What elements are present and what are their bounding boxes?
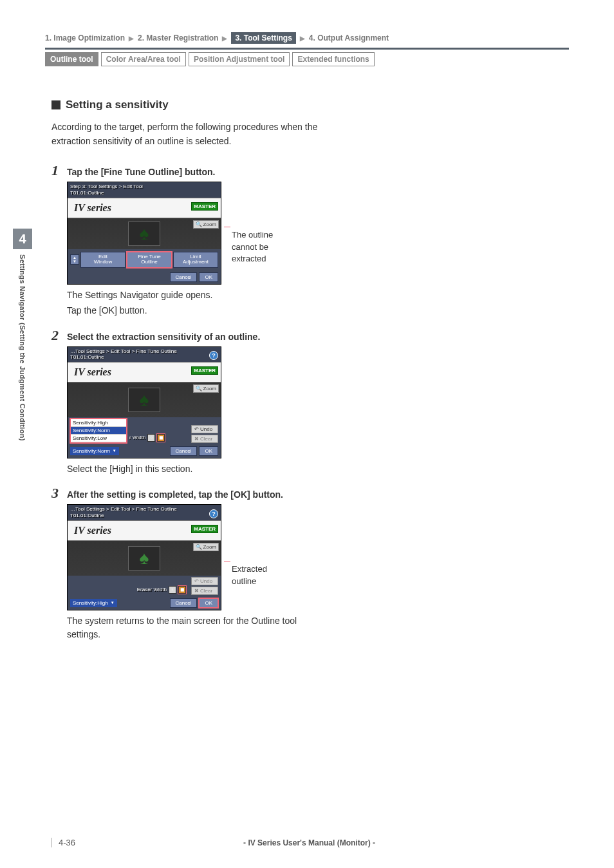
zoom-button[interactable]: 🔍Zoom [193, 543, 219, 551]
magnifier-icon: 🔍 [196, 544, 202, 550]
step-title: Tap the [Fine Tune Outline] button. [67, 167, 215, 177]
document-title: - IV Series User's Manual (Monitor) - [243, 838, 375, 847]
image-canvas: ♠ 🔍Zoom [68, 382, 221, 417]
help-icon[interactable]: ? [209, 351, 218, 360]
step-note: The Settings Navigator guide opens. [67, 288, 328, 303]
undo-label: Undo [200, 426, 212, 432]
chevron-right-icon: ▶ [129, 35, 134, 42]
master-badge: MASTER [191, 525, 218, 533]
eraser-width-label: r Width [129, 435, 145, 440]
intro-text: According to the target, perform the fol… [51, 120, 328, 148]
chapter-number: 4 [13, 229, 32, 249]
ok-button[interactable]: OK [199, 446, 218, 456]
logo-text: IV series [74, 366, 111, 377]
sensitivity-dropdown[interactable]: Sensitivity:High ▼ [70, 599, 117, 607]
image-thumbnail: ♠ [128, 388, 160, 412]
sensitivity-list[interactable]: Sensitivity:High Sensitivity:Norm Sensit… [70, 419, 127, 443]
device-logo: IV series MASTER [68, 198, 221, 218]
clear-icon: ✖ [194, 588, 199, 594]
breadcrumb: 1. Image Optimization ▶ 2. Master Regist… [45, 32, 569, 44]
image-thumbnail: ♠ [128, 222, 160, 246]
zoom-label: Zoom [203, 544, 216, 550]
bc-item-3: 3. Tool Settings [231, 32, 295, 44]
ok-button[interactable]: OK [199, 598, 218, 608]
chevron-right-icon: ▶ [222, 35, 227, 42]
zoom-button[interactable]: 🔍Zoom [193, 220, 219, 229]
screenshot-tool-id: T01.01:Outline [70, 190, 218, 196]
step-note: The system returns to the main screen fo… [67, 614, 328, 642]
screenshot-header: …Tool Settings > Edit Tool > Fine Tune O… [68, 505, 221, 520]
sensitivity-current: Sensitivity:High [73, 600, 108, 606]
eraser-size-small[interactable]: ▫ [169, 586, 176, 594]
chevron-down-icon: ▼ [73, 259, 77, 263]
undo-icon: ↶ [194, 578, 199, 584]
zoom-button[interactable]: 🔍Zoom [193, 384, 219, 393]
chapter-title: Settings Navigator (Setting the Judgment… [19, 249, 26, 441]
cancel-button[interactable]: Cancel [170, 272, 198, 282]
clear-label: Clear [200, 588, 212, 594]
tool-tab-row: Outline tool Color Area/Area tool Positi… [45, 52, 569, 66]
screenshot-fine-tune-3: …Tool Settings > Edit Tool > Fine Tune O… [67, 504, 221, 610]
chapter-side-tab: 4 Settings Navigator (Setting the Judgme… [13, 229, 32, 441]
clear-icon: ✖ [194, 436, 199, 442]
clear-button[interactable]: ✖Clear [191, 435, 218, 443]
cancel-button[interactable]: Cancel [170, 446, 198, 456]
zoom-label: Zoom [203, 386, 216, 392]
eraser-size-large[interactable]: ◼ [178, 586, 186, 594]
fine-tune-outline-button[interactable]: Fine Tune Outline [127, 252, 172, 269]
help-icon[interactable]: ? [209, 509, 218, 518]
cancel-button[interactable]: Cancel [170, 598, 198, 608]
undo-button[interactable]: ↶Undo [191, 577, 218, 585]
section-title: Setting a sensitivity [66, 99, 169, 111]
image-thumbnail: ♠ [128, 546, 160, 571]
ok-button[interactable]: OK [199, 272, 218, 282]
tab-outline-tool[interactable]: Outline tool [45, 52, 98, 66]
bc-item-2: 2. Master Registration [138, 33, 218, 42]
sensitivity-option-high[interactable]: Sensitivity:High [71, 419, 126, 427]
sensitivity-dropdown[interactable]: Sensitivity:Norm ▼ [70, 447, 119, 455]
step-number: 3 [51, 485, 63, 502]
master-badge: MASTER [191, 366, 218, 375]
limit-adjustment-button[interactable]: Limit Adjustment [173, 252, 218, 269]
device-logo: ? IV series MASTER [68, 520, 221, 541]
master-badge: MASTER [191, 202, 218, 211]
screenshot-header: …Tool Settings > Edit Tool > Fine Tune O… [68, 347, 221, 362]
chevron-down-icon: ▼ [113, 449, 116, 453]
callout-text: The outline cannot be extracted [232, 227, 290, 265]
page-number: 4-36 [59, 838, 75, 847]
undo-label: Undo [200, 578, 212, 584]
image-canvas: ♠ 🔍Zoom [68, 218, 221, 249]
eraser-width-label: Eraser Width [137, 587, 167, 592]
step-note: Tap the [OK] button. [67, 304, 328, 318]
spinner-control[interactable]: ▲▼ [70, 254, 79, 265]
step-number: 2 [51, 327, 63, 344]
clear-button[interactable]: ✖Clear [191, 587, 218, 595]
logo-text: IV series [74, 202, 111, 213]
sensitivity-option-norm[interactable]: Sensitivity:Norm [71, 427, 126, 435]
callout-line [224, 561, 230, 561]
bc-item-4: 4. Output Assignment [309, 33, 389, 42]
screenshot-header: Step 3: Tool Settings > Edit Tool T01.01… [68, 182, 221, 197]
tab-position-adjustment[interactable]: Position Adjustment tool [189, 52, 290, 66]
square-bullet-icon [51, 100, 60, 109]
step-note: Select the [High] in this section. [67, 462, 328, 476]
screenshot-tool-id: T01.01:Outline [70, 513, 218, 519]
tab-color-area[interactable]: Color Area/Area tool [101, 52, 186, 66]
screenshot-fine-tune-1: Step 3: Tool Settings > Edit Tool T01.01… [67, 182, 221, 285]
magnifier-icon: 🔍 [196, 386, 202, 392]
screenshot-breadcrumb: …Tool Settings > Edit Tool > Fine Tune O… [70, 348, 218, 355]
step-title: Select the extraction sensitivity of an … [67, 332, 260, 342]
eraser-size-large[interactable]: ◼ [157, 434, 165, 442]
chevron-down-icon: ▼ [111, 601, 115, 605]
step-title: After the setting is completed, tap the … [67, 489, 283, 500]
sensitivity-current: Sensitivity:Norm [73, 448, 110, 454]
device-logo: ? IV series MASTER [68, 362, 221, 382]
eraser-size-small[interactable]: ▫ [147, 434, 155, 442]
step-number: 1 [51, 162, 63, 179]
edit-window-button[interactable]: Edit Window [80, 252, 126, 269]
screenshot-breadcrumb: …Tool Settings > Edit Tool > Fine Tune O… [70, 506, 218, 513]
sensitivity-option-low[interactable]: Sensitivity:Low [71, 435, 126, 442]
undo-button[interactable]: ↶Undo [191, 425, 218, 433]
tab-extended-functions[interactable]: Extended functions [292, 52, 374, 66]
callout-text: Extracted outline [232, 561, 283, 587]
